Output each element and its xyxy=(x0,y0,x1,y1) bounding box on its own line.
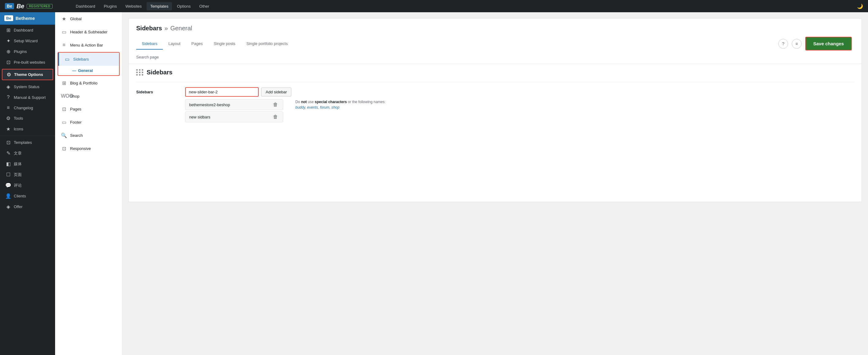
tab-sidebars[interactable]: Sidebars xyxy=(136,38,163,50)
be-logo-badge: Be xyxy=(5,3,14,9)
tab-search-page[interactable]: Search page xyxy=(136,52,164,62)
sidebar-item-label: Dashboard xyxy=(14,28,33,32)
sidebar-item-icons[interactable]: ★ Icons xyxy=(0,124,55,134)
sidebar-item-label: Manual & Support xyxy=(14,95,45,100)
tab-single-posts[interactable]: Single posts xyxy=(208,38,241,50)
ss-item-menu-action-bar[interactable]: ≡ Menu & Action Bar xyxy=(55,38,122,52)
ss-item-label: Global xyxy=(70,17,82,21)
sidebar-be-logo: Be xyxy=(4,15,13,21)
delete-sidebar-button[interactable]: 🗑 xyxy=(272,102,279,107)
content-header: Sidebars » General Sidebars Layout Pages… xyxy=(129,19,862,64)
add-sidebar-button[interactable]: Add sidebar xyxy=(261,88,291,96)
sidebar-item-media[interactable]: ◧ 媒体 xyxy=(0,159,55,169)
ss-item-label: Responsive xyxy=(70,146,91,151)
sidebar-name-input[interactable] xyxy=(185,87,259,97)
sidebar-item-label: 页面 xyxy=(14,172,22,178)
ss-item-pages[interactable]: ⊡ Pages xyxy=(55,102,122,116)
topbar-nav-dashboard[interactable]: Dashboard xyxy=(72,2,99,10)
top-bar: Be Be REGISTERED Dashboard Plugins Websi… xyxy=(0,0,868,12)
sidebar-list-item-name: bethemestore2-beshop xyxy=(189,102,230,107)
sidebar-item-label: 评论 xyxy=(14,183,22,188)
topbar-nav-templates[interactable]: Templates xyxy=(147,2,172,10)
sidebar-item-tools[interactable]: ⚙ Tools xyxy=(0,113,55,124)
sidebar-list-item: bethemestore2-beshop 🗑 xyxy=(185,99,283,110)
section-block: Sidebars Sidebars Add sidebar bethemesto… xyxy=(129,64,862,133)
sidebar-item-label: Templates xyxy=(14,140,32,145)
sidebar-item-system-status[interactable]: ◈ System Status xyxy=(0,82,55,92)
sidebar-item-label: Pre-built websites xyxy=(14,60,45,65)
ss-sub-item-general[interactable]: — General xyxy=(58,66,119,75)
save-changes-button[interactable]: Save changes xyxy=(805,37,852,51)
section-title: Sidebars xyxy=(147,69,172,76)
sidebar-item-manual-support[interactable]: ? Manual & Support xyxy=(0,92,55,102)
sidebar-item-prebuilt[interactable]: ⊡ Pre-built websites xyxy=(0,57,55,68)
icons-icon: ★ xyxy=(5,126,11,132)
ss-item-label: Shop xyxy=(70,94,79,99)
sidebar-item-label: Changelog xyxy=(14,105,33,110)
topbar-nav-websites[interactable]: Websites xyxy=(122,2,145,10)
topbar-nav-plugins[interactable]: Plugins xyxy=(100,2,121,10)
sidebar-item-clients[interactable]: 👤 Clients xyxy=(0,191,55,201)
clients-icon: 👤 xyxy=(5,193,11,199)
sidebar-item-label: System Status xyxy=(14,85,39,89)
tab-layout[interactable]: Layout xyxy=(163,38,186,50)
ss-item-label: Search xyxy=(70,133,83,138)
sidebar-item-label: Setup Wizard xyxy=(14,38,38,43)
note-following: or the following names: xyxy=(347,100,385,104)
tools-icon: ⚙ xyxy=(5,116,11,121)
sidebar-item-setup-wizard[interactable]: ✦ Setup Wizard xyxy=(0,35,55,46)
sidebar-list-item-name: new sidbars xyxy=(189,115,210,119)
sidebars-form-row: Sidebars Add sidebar bethemestore2-besho… xyxy=(136,82,854,129)
header-icon: ▭ xyxy=(61,29,67,35)
sidebar-item-offer[interactable]: ◈ Offer xyxy=(0,201,55,212)
sidebar-item-pages[interactable]: ☐ 页面 xyxy=(0,169,55,180)
note-do: Do xyxy=(296,100,301,104)
sidebars-form-controls: Add sidebar bethemestore2-beshop 🗑 new s… xyxy=(185,87,854,124)
sidebar-item-label: 媒体 xyxy=(14,161,22,167)
wizard-icon: ✦ xyxy=(5,38,11,44)
topbar-nav-options[interactable]: Options xyxy=(173,2,194,10)
sidebar-item-dashboard[interactable]: ⊞ Dashboard xyxy=(0,25,55,35)
sidebar-item-label: Offer xyxy=(14,204,23,209)
sidebar-brand: Be Betheme xyxy=(0,12,55,25)
theme-options-icon: ⊙ xyxy=(5,72,12,77)
left-sidebar: Be Betheme ⊞ Dashboard ✦ Setup Wizard ⊕ … xyxy=(0,12,55,355)
drag-handle[interactable] xyxy=(136,69,144,75)
sidebar-item-templates[interactable]: ⊡ Templates xyxy=(0,137,55,148)
system-status-icon: ◈ xyxy=(5,84,11,90)
help-icon: ? xyxy=(782,41,784,46)
registered-badge: REGISTERED xyxy=(27,4,52,8)
tab-pages[interactable]: Pages xyxy=(186,38,208,50)
sidebar-item-theme-options[interactable]: ⊙ Theme Options xyxy=(2,69,53,80)
sidebar-item-changelog[interactable]: ≡ Changelog xyxy=(0,102,55,113)
topbar-nav-other[interactable]: Other xyxy=(195,2,213,10)
notes-button[interactable]: ≡ xyxy=(792,39,802,49)
ss-item-footer[interactable]: ▭ Footer xyxy=(55,116,122,129)
sidebar-item-plugins[interactable]: ⊕ Plugins xyxy=(0,46,55,57)
ss-item-search[interactable]: 🔍 Search xyxy=(55,129,122,142)
ss-item-global[interactable]: ★ Global xyxy=(55,12,122,25)
ss-item-blog-portfolio[interactable]: ⊞ Blog & Portfolio xyxy=(55,76,122,90)
prebuilt-icon: ⊡ xyxy=(5,59,11,65)
pages-ss-icon: ⊡ xyxy=(61,106,67,112)
breadcrumb-separator: » xyxy=(164,25,168,32)
breadcrumb: Sidebars » General xyxy=(136,25,854,32)
main-wrapper: ★ Global ▭ Header & Subheader ≡ Menu & A… xyxy=(55,12,868,355)
sidebars-icon: ▭ xyxy=(64,56,70,62)
ss-item-header[interactable]: ▭ Header & Subheader xyxy=(55,25,122,38)
secondary-sidebar: ★ Global ▭ Header & Subheader ≡ Menu & A… xyxy=(55,12,122,355)
ss-item-sidebars[interactable]: ▭ Sidebars xyxy=(58,53,119,66)
help-button[interactable]: ? xyxy=(778,39,788,49)
sidebar-item-articles[interactable]: ✎ 文章 xyxy=(0,148,55,159)
changelog-icon: ≡ xyxy=(5,105,11,110)
ss-item-shop[interactable]: WOO Shop xyxy=(55,90,122,102)
ss-item-responsive[interactable]: ⊡ Responsive xyxy=(55,142,122,155)
sidebar-item-comments[interactable]: 💬 评论 xyxy=(0,180,55,191)
delete-sidebar-button[interactable]: 🗑 xyxy=(272,114,279,120)
sidebars-form-label: Sidebars xyxy=(136,87,179,94)
blog-icon: ⊞ xyxy=(61,80,67,86)
tab-single-portfolio[interactable]: Single portfolio projects xyxy=(241,38,293,50)
shop-icon: WOO xyxy=(61,93,67,99)
global-icon: ★ xyxy=(61,16,67,22)
ss-item-label: Footer xyxy=(70,120,82,125)
